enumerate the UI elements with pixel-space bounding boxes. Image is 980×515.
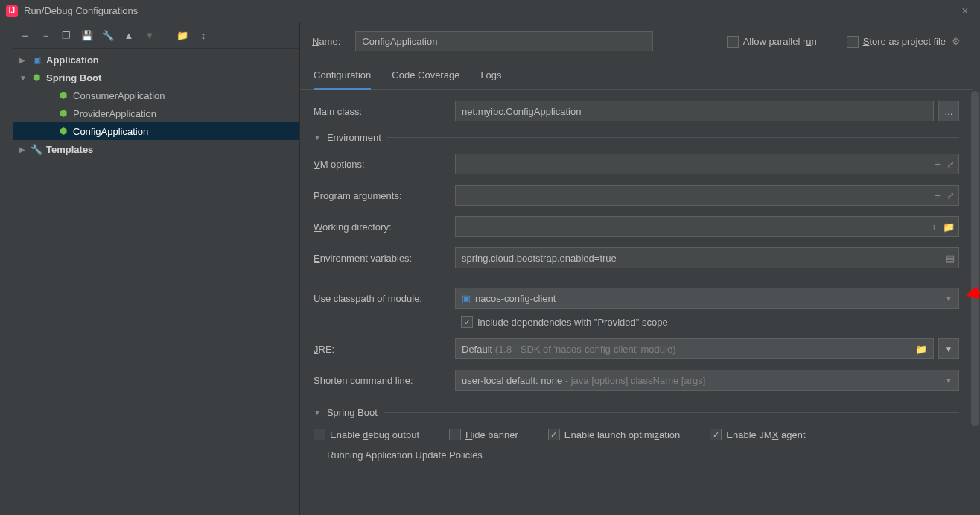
plus-icon[interactable]: +	[935, 190, 941, 201]
titlebar: IJ Run/Debug Configurations ×	[0, 0, 980, 22]
include-provided-checkbox[interactable]: Include dependencies with "Provided" sco…	[461, 316, 959, 328]
shorten-label: Shorten command line:	[314, 375, 448, 386]
checkbox-icon	[449, 429, 461, 440]
vm-options-input[interactable]	[455, 154, 959, 174]
module-icon: ▣	[462, 293, 471, 304]
environment-section[interactable]: ▼ Environment	[314, 132, 959, 143]
chevron-right-icon: ▶	[19, 145, 30, 154]
folder-icon[interactable]: 📁	[176, 29, 189, 42]
left-gutter	[0, 22, 13, 515]
spring-boot-icon: ⬢	[57, 126, 70, 136]
tabs: Configuration Code Coverage Logs	[300, 59, 973, 90]
running-update-header: Running Application Update Policies	[314, 449, 959, 461]
spring-boot-icon: ⬢	[57, 108, 70, 119]
enable-jmx-label: Enable JMX agent	[726, 429, 805, 440]
close-icon[interactable]: ×	[956, 4, 974, 18]
wrench-icon[interactable]: 🔧	[101, 29, 115, 42]
scrollbar[interactable]	[971, 91, 979, 426]
spring-boot-section[interactable]: ▼ Spring Boot	[314, 407, 959, 418]
tab-code-coverage[interactable]: Code Coverage	[392, 65, 459, 89]
allow-parallel-label: Allow parallel run	[743, 36, 817, 47]
shorten-hint: - java [options] className [args]	[562, 375, 705, 386]
allow-parallel-checkbox[interactable]: Allow parallel run	[727, 36, 817, 48]
shorten-value: user-local default: none	[462, 375, 562, 386]
folder-icon[interactable]: 📁	[915, 344, 927, 355]
chevron-down-icon: ▼	[945, 376, 952, 385]
list-icon[interactable]: ▤	[946, 253, 955, 264]
jre-dropdown-arrow[interactable]: ▼	[938, 338, 959, 359]
store-project-checkbox[interactable]: Store as project file ⚙	[847, 36, 961, 48]
remove-button[interactable]: －	[39, 29, 52, 42]
tree-application[interactable]: ▶ ▣ Application	[13, 51, 299, 69]
tree-spring-boot[interactable]: ▼ ⬢ Spring Boot	[13, 69, 299, 86]
save-button[interactable]: 💾	[80, 29, 94, 42]
name-input[interactable]	[355, 31, 653, 51]
checkbox-icon	[314, 429, 325, 440]
enable-launch-opt-checkbox[interactable]: Enable launch optimization	[548, 429, 680, 440]
copy-button[interactable]: ❐	[60, 29, 73, 42]
chevron-down-icon: ▼	[314, 408, 321, 417]
up-icon[interactable]: ▲	[122, 29, 136, 42]
gear-icon[interactable]: ⚙	[952, 36, 961, 47]
browse-button[interactable]: ...	[938, 101, 959, 121]
down-icon[interactable]: ▼	[143, 29, 156, 42]
checkbox-icon	[847, 36, 859, 48]
tree-config-app[interactable]: ⬢ ConfigApplication	[13, 122, 299, 140]
hide-banner-checkbox[interactable]: Hide banner	[449, 429, 518, 440]
sidebar-toolbar: ＋ － ❐ 💾 🔧 ▲ ▼ 📁 ↕	[13, 22, 299, 49]
classpath-dropdown[interactable]: ▣nacos-config-client ▼	[455, 288, 959, 309]
config-tree: ▶ ▣ Application ▼ ⬢ Spring Boot ⬢ Consum…	[13, 49, 299, 515]
vm-options-label: VM options:	[314, 159, 448, 170]
folder-icon[interactable]: 📁	[943, 221, 955, 233]
tree-label: Application	[46, 54, 99, 66]
checkbox-icon	[548, 429, 560, 440]
wrench-icon: 🔧	[30, 144, 43, 155]
tab-configuration[interactable]: Configuration	[314, 65, 371, 90]
checkbox-icon	[461, 316, 473, 328]
shorten-dropdown[interactable]: user-local default: none - java [options…	[455, 370, 959, 391]
chevron-down-icon: ▼	[945, 294, 952, 303]
enable-launch-opt-label: Enable launch optimization	[564, 429, 680, 440]
tree-consumer-app[interactable]: ⬢ ConsumerApplication	[13, 86, 299, 104]
program-args-input[interactable]	[455, 185, 959, 206]
spring-boot-icon: ⬢	[57, 90, 70, 101]
hide-banner-label: Hide banner	[465, 429, 518, 440]
tree-label: ConfigApplication	[73, 126, 148, 137]
chevron-down-icon: ▼	[19, 74, 30, 82]
checkbox-icon	[710, 429, 722, 440]
window-title: Run/Debug Configurations	[24, 5, 956, 16]
plus-icon[interactable]: +	[931, 221, 937, 233]
checkbox-icon	[727, 36, 739, 48]
main-class-input[interactable]	[455, 101, 934, 121]
include-provided-label: Include dependencies with "Provided" sco…	[477, 317, 668, 328]
plus-icon[interactable]: +	[935, 159, 941, 170]
sidebar: ＋ － ❐ 💾 🔧 ▲ ▼ 📁 ↕ ▶ ▣ Application ▼	[13, 22, 300, 515]
jre-value: Default	[462, 344, 492, 355]
enable-debug-label: Enable debug output	[330, 429, 419, 440]
env-vars-input[interactable]	[455, 247, 959, 268]
env-vars-label: Environment variables:	[314, 253, 448, 264]
tab-logs[interactable]: Logs	[480, 65, 501, 89]
spring-boot-icon: ⬢	[30, 72, 43, 83]
classpath-label: Use classpath of module:	[314, 293, 448, 304]
name-label: Name:	[312, 36, 340, 47]
enable-debug-checkbox[interactable]: Enable debug output	[314, 429, 419, 440]
tree-label: Templates	[46, 144, 93, 155]
expand-icon[interactable]: ⤢	[946, 190, 955, 201]
expand-icon[interactable]: ⤢	[946, 159, 955, 170]
sort-icon[interactable]: ↕	[197, 29, 210, 42]
add-button[interactable]: ＋	[18, 29, 31, 42]
working-dir-label: Working directory:	[314, 221, 448, 233]
enable-jmx-checkbox[interactable]: Enable JMX agent	[710, 429, 805, 440]
jre-hint: (1.8 - SDK of 'nacos-config-client' modu…	[492, 344, 675, 355]
tree-label: ConsumerApplication	[73, 90, 165, 101]
jre-dropdown[interactable]: Default (1.8 - SDK of 'nacos-config-clie…	[455, 338, 934, 359]
program-args-label: Program arguments:	[314, 190, 448, 201]
spring-boot-label: Spring Boot	[327, 407, 378, 418]
tree-label: Spring Boot	[46, 72, 101, 83]
main-panel: Name: Allow parallel run Store as projec…	[300, 22, 980, 515]
tree-templates[interactable]: ▶ 🔧 Templates	[13, 140, 299, 158]
tree-provider-app[interactable]: ⬢ ProviderApplication	[13, 104, 299, 122]
chevron-down-icon: ▼	[314, 133, 321, 142]
working-dir-input[interactable]	[455, 216, 959, 237]
